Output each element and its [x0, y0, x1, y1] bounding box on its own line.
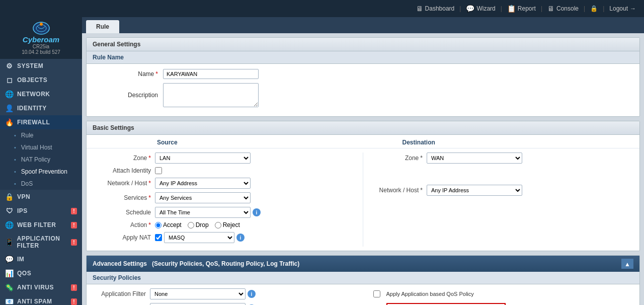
objects-icon: ◻: [5, 76, 14, 84]
action-label: Action *: [95, 221, 155, 228]
security-policies-subheader: Security Policies: [87, 272, 639, 284]
tab-rule[interactable]: Rule: [86, 20, 119, 33]
schedule-info-btn[interactable]: i: [253, 208, 261, 216]
sidebar-item-objects[interactable]: ◻ OBJECTS: [0, 73, 82, 87]
basic-settings-panel: Basic Settings Source Destination: [86, 121, 640, 251]
name-label: Name *: [93, 70, 163, 78]
anti-spam-icon: 📧: [5, 297, 14, 305]
services-select[interactable]: Any Services: [155, 192, 251, 203]
sidebar-item-anti-virus[interactable]: 🦠 ANTI VIRUS !: [0, 280, 82, 294]
zone-label: Zone *: [95, 155, 155, 162]
action-reject[interactable]: Reject: [215, 221, 240, 228]
report-link[interactable]: 📋 Report: [503, 3, 540, 15]
im-icon: 💬: [5, 255, 14, 263]
source-zone-select[interactable]: LAN: [155, 152, 251, 164]
schedule-label: Schedule: [95, 209, 155, 216]
attach-identity-row: Attach Identity: [95, 167, 355, 174]
app-qos-checkbox[interactable]: [373, 290, 380, 297]
sidebar-item-web-filter[interactable]: 🌐 WEB FILTER !: [0, 218, 82, 232]
dest-zone-select[interactable]: WAN: [427, 152, 522, 164]
app-qos-row: Apply Application based QoS Policy: [373, 290, 632, 297]
nat-select[interactable]: MASQ: [164, 232, 234, 243]
web-filter-icon: 🌐: [5, 221, 14, 229]
qos-fields: Apply Application based QoS Policy ➜ App…: [363, 288, 632, 305]
description-input[interactable]: [163, 83, 259, 107]
schedule-row: Schedule All The Time i: [95, 207, 355, 218]
services-row: Services * Any Services: [95, 192, 355, 203]
sidebar-item-identity[interactable]: 👤 IDENTITY: [0, 101, 82, 115]
sidebar-item-nat-policy[interactable]: NAT Policy: [0, 154, 82, 166]
lock-icon-btn[interactable]: 🔒: [586, 3, 602, 14]
sidebar-item-app-filter[interactable]: 📱 APPLICATION FILTER !: [0, 232, 82, 252]
wizard-link[interactable]: 💬 Wizard: [462, 3, 499, 15]
advanced-settings-panel: Advanced Settings (Security Policies, Qo…: [86, 255, 640, 305]
action-accept[interactable]: Accept: [155, 221, 182, 228]
dest-zone-row: Zone * WAN: [371, 152, 631, 164]
logout-link[interactable]: Logout →: [605, 3, 640, 14]
web-filter-row: Web Filter Allow All i: [95, 303, 353, 305]
description-row: Description: [93, 83, 633, 107]
network-host-row: Network / Host * Any IP Address: [95, 178, 355, 189]
wizard-icon: 💬: [466, 5, 474, 13]
topbar: 🖥 Dashboard | 💬 Wizard | 📋 Report | 🖥 Co…: [0, 0, 644, 17]
app-filter-select[interactable]: None: [150, 288, 246, 299]
dest-spacer: [371, 167, 631, 181]
tab-bar: Rule: [82, 17, 644, 33]
general-settings-header: General Settings: [87, 38, 639, 51]
sidebar-item-anti-spam[interactable]: 📧 ANTI SPAM !: [0, 294, 82, 305]
sidebar-item-network[interactable]: 🌐 NETWORK: [0, 87, 82, 101]
sidebar-firewall-subitems: Rule Virtual Host NAT Policy Spoof Preve…: [0, 129, 82, 190]
device-version: 10.04.2 build 527: [4, 49, 78, 55]
console-icon: 🖥: [547, 5, 554, 13]
sidebar-logo: Cyberoam CR25ia 10.04.2 build 527: [0, 17, 82, 59]
filter-fields: Application Filter None i Web Filter: [95, 288, 353, 305]
source-header: Source: [87, 137, 394, 146]
attach-identity-checkbox[interactable]: [155, 167, 162, 174]
web-filter-select[interactable]: Allow All: [150, 303, 246, 305]
qos-icon: 📊: [5, 269, 14, 277]
advanced-settings-header[interactable]: Advanced Settings (Security Policies, Qo…: [87, 256, 639, 272]
advanced-collapse-button[interactable]: ▲: [621, 259, 633, 269]
sidebar-item-system[interactable]: ⚙ SYSTEM: [0, 59, 82, 73]
content-scroll: General Settings Rule Name Name *: [82, 33, 644, 305]
sidebar-item-vpn[interactable]: 🔒 VPN: [0, 190, 82, 204]
dest-network-row: Network / Host * Any IP Address: [371, 185, 631, 196]
vpn-icon: 🔒: [5, 193, 14, 201]
dest-network-select[interactable]: Any IP Address: [427, 185, 522, 196]
network-icon: 🌐: [5, 90, 14, 98]
name-input[interactable]: [163, 69, 259, 79]
source-network-select[interactable]: Any IP Address: [155, 178, 251, 189]
dashboard-link[interactable]: 🖥 Dashboard: [412, 3, 459, 15]
report-icon: 📋: [507, 5, 516, 13]
adv-header-text: Advanced Settings (Security Policies, Qo…: [93, 260, 299, 267]
nat-info-btn[interactable]: i: [236, 234, 245, 242]
general-settings-body: Name * Description: [87, 64, 639, 116]
sidebar-item-spoof-prevention[interactable]: Spoof Prevention: [0, 166, 82, 178]
web-qos-row: Apply Web Category based QoS Policy: [386, 303, 506, 305]
general-settings-panel: General Settings Rule Name Name *: [86, 37, 640, 117]
network-host-label: Network / Host *: [95, 180, 155, 187]
app-filter-row: Application Filter None i: [95, 288, 353, 299]
source-fields: Zone * LAN Attach Identity: [87, 152, 363, 247]
arrow-indicator: ➜: [373, 302, 383, 305]
sidebar-item-rule[interactable]: Rule: [0, 129, 82, 141]
sidebar-item-qos[interactable]: 📊 QoS: [0, 266, 82, 280]
sidebar-item-ips[interactable]: 🛡 IPS !: [0, 204, 82, 218]
identity-icon: 👤: [5, 104, 14, 112]
sidebar-item-im[interactable]: 💬 IM: [0, 252, 82, 266]
action-drop[interactable]: Drop: [188, 221, 209, 228]
device-model: CR25ia: [4, 44, 78, 49]
attach-identity-label: Attach Identity: [95, 167, 155, 174]
apply-nat-checkbox[interactable]: [155, 234, 162, 241]
sidebar-item-virtual-host[interactable]: Virtual Host: [0, 141, 82, 154]
console-link[interactable]: 🖥 Console: [543, 3, 583, 15]
svg-point-2: [40, 23, 43, 26]
description-label: Description: [93, 92, 163, 99]
services-label: Services *: [95, 194, 155, 201]
app-filter-info-btn[interactable]: i: [248, 290, 256, 298]
sidebar-item-firewall[interactable]: 🔥 FIREWALL: [0, 115, 82, 129]
schedule-select[interactable]: All The Time: [155, 207, 251, 218]
apply-nat-row: Apply NAT MASQ i: [95, 232, 355, 243]
sidebar-item-dos[interactable]: DoS: [0, 178, 82, 190]
system-icon: ⚙: [5, 62, 14, 70]
